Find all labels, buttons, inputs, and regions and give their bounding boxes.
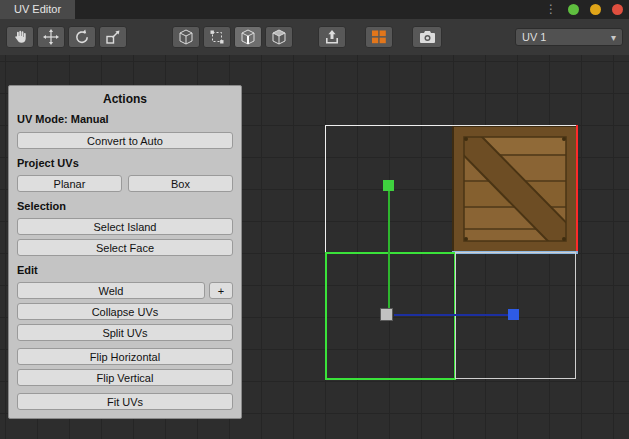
window-title: UV Editor	[14, 3, 61, 15]
uv-edge-right-red[interactable]	[576, 125, 578, 253]
bricks-icon	[371, 29, 387, 45]
scale-tool-button[interactable]	[99, 26, 127, 48]
uv-canvas[interactable]: Actions UV Mode: Manual Convert to Auto …	[0, 55, 629, 439]
planar-button[interactable]: Planar	[17, 175, 122, 192]
export-uv-button[interactable]	[318, 26, 346, 48]
uv-edge-top-white	[452, 125, 578, 126]
project-uvs-row: Planar Box	[17, 175, 233, 192]
convert-to-auto-button[interactable]: Convert to Auto	[17, 132, 233, 149]
window-control-yellow[interactable]	[590, 4, 601, 15]
export-arrow-icon	[324, 29, 340, 45]
select-face-button[interactable]: Select Face	[17, 239, 233, 256]
edge-select-icon	[240, 29, 256, 45]
chevron-down-icon: ▾	[611, 32, 616, 43]
titlebar: UV Editor ⋮	[0, 0, 629, 19]
uv-channel-value: UV 1	[522, 31, 611, 43]
selection-label: Selection	[17, 200, 233, 212]
fit-uvs-button[interactable]: Fit UVs	[17, 393, 233, 410]
gizmo-handle-blue[interactable]	[508, 309, 519, 320]
crate-texture	[452, 125, 578, 253]
window-control-red[interactable]	[612, 4, 623, 15]
window-tab[interactable]: UV Editor	[0, 0, 75, 19]
uv-editor-window: UV Editor ⋮	[0, 0, 629, 439]
window-control-green[interactable]	[568, 4, 579, 15]
gizmo-axis-x-blue[interactable]	[394, 314, 509, 316]
pan-tool-button[interactable]	[6, 26, 34, 48]
move-arrows-icon	[43, 29, 59, 45]
vertex-select-icon	[209, 29, 225, 45]
select-island-button[interactable]: Select Island	[17, 218, 233, 235]
project-uvs-label: Project UVs	[17, 157, 233, 169]
uv-mode-label: UV Mode: Manual	[17, 113, 233, 125]
texture-preview-button[interactable]	[365, 26, 393, 48]
rotate-icon	[74, 29, 90, 45]
camera-icon	[419, 29, 436, 45]
move-tool-button[interactable]	[37, 26, 65, 48]
collapse-uvs-button[interactable]: Collapse UVs	[17, 303, 233, 320]
flip-horizontal-button[interactable]: Flip Horizontal	[17, 348, 233, 365]
scale-icon	[105, 29, 121, 45]
actions-panel-title: Actions	[17, 92, 233, 106]
titlebar-controls: ⋮	[545, 0, 623, 19]
split-uvs-button[interactable]: Split UVs	[17, 324, 233, 341]
box-button[interactable]: Box	[128, 175, 233, 192]
face-mode-button[interactable]	[265, 26, 293, 48]
hand-icon	[12, 29, 28, 45]
uv-island-textured-crate[interactable]	[452, 125, 578, 253]
gizmo-handle-green[interactable]	[383, 180, 394, 191]
toolbar: UV 1 ▾	[0, 19, 629, 55]
gizmo-handle-pivot[interactable]	[380, 308, 393, 321]
rotate-tool-button[interactable]	[68, 26, 96, 48]
save-uv-image-button[interactable]	[412, 26, 442, 48]
object-mode-button[interactable]	[172, 26, 200, 48]
flip-vertical-button[interactable]: Flip Vertical	[17, 369, 233, 386]
weld-settings-button[interactable]: +	[209, 282, 233, 299]
actions-panel: Actions UV Mode: Manual Convert to Auto …	[8, 85, 242, 419]
face-select-icon	[271, 29, 287, 45]
kebab-menu-icon[interactable]: ⋮	[545, 0, 557, 19]
vertex-mode-button[interactable]	[203, 26, 231, 48]
cube-icon	[178, 29, 194, 45]
edit-label: Edit	[17, 264, 233, 276]
weld-button[interactable]: Weld	[17, 282, 205, 299]
edge-mode-button[interactable]	[234, 26, 262, 48]
gizmo-axis-y-green[interactable]	[388, 191, 390, 309]
uv-channel-dropdown[interactable]: UV 1 ▾	[515, 28, 623, 46]
weld-row: Weld +	[17, 282, 233, 299]
